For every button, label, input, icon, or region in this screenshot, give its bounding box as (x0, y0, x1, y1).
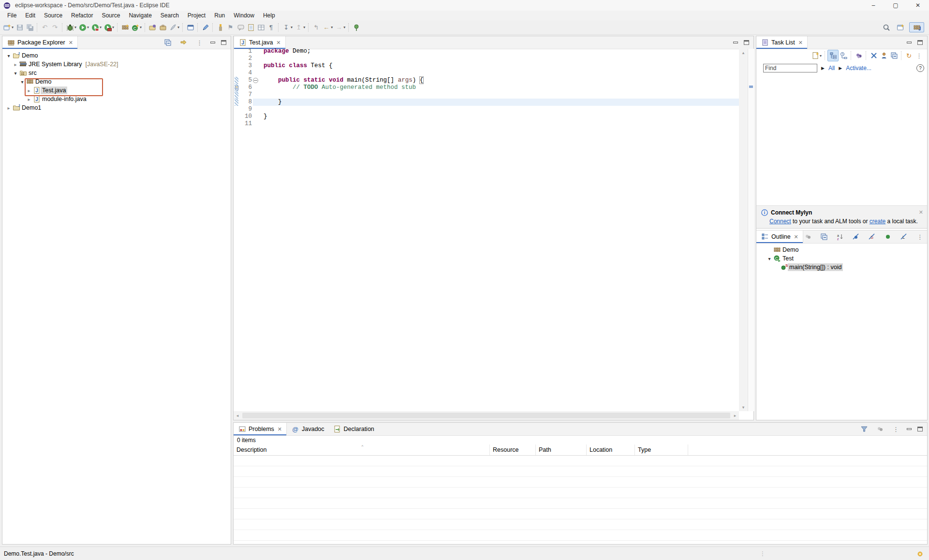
close-icon[interactable]: ✕ (69, 40, 73, 46)
menu-help[interactable]: Help (259, 11, 280, 20)
menu-search[interactable]: Search (156, 11, 183, 20)
column-header-resource[interactable]: Resource (490, 445, 536, 455)
pkgexp-item-demo1[interactable]: ▸JDemo1 (2, 103, 231, 112)
editor-line-11[interactable]: 11 (234, 120, 739, 128)
menu-navigate[interactable]: Navigate (124, 11, 156, 20)
minimize-icon[interactable] (733, 42, 738, 43)
fold-column[interactable] (253, 77, 259, 84)
code-text[interactable] (259, 91, 264, 99)
chevron-down-icon[interactable]: ▾ (766, 256, 773, 261)
notifications-icon[interactable] (916, 550, 924, 558)
dropdown-arrow-icon[interactable]: ▾ (12, 25, 14, 29)
previous-annotation-icon[interactable]: ↥▾ (294, 22, 306, 33)
focus-workweek-icon[interactable] (854, 50, 864, 61)
dropdown-arrow-icon[interactable]: ▾ (343, 25, 345, 29)
compare-icon[interactable] (246, 22, 256, 33)
dropdown-arrow-icon[interactable]: ▾ (140, 25, 142, 29)
code-viewport[interactable]: 1package Demo;23public class Test {45 pu… (234, 48, 739, 411)
code-text[interactable] (259, 55, 264, 62)
collapse-all-icon[interactable] (819, 231, 829, 242)
new-java-class-icon[interactable]: C▾ (130, 22, 143, 33)
view-menu-icon[interactable]: ⋮ (194, 37, 205, 48)
last-edit-location-icon[interactable]: ↰ (311, 22, 321, 33)
tab-package-explorer[interactable]: Package Explorer ✕ (2, 36, 78, 49)
code-text[interactable]: public class Test { (259, 62, 333, 70)
editor-line-4[interactable]: 4 (234, 70, 739, 77)
code-text[interactable]: } (259, 113, 267, 120)
collapse-all-icon[interactable] (889, 50, 899, 61)
editor-line-7[interactable]: 7 (234, 91, 739, 99)
minimize-window-button[interactable]: – (862, 0, 885, 11)
new-wizard-icon[interactable]: ▾ (2, 22, 15, 33)
code-text[interactable]: public static void main(String[] args) { (259, 77, 423, 84)
coverage-icon[interactable]: ▾ (90, 22, 103, 33)
annotation-ruler[interactable] (234, 48, 240, 55)
torch-icon[interactable] (215, 22, 225, 33)
code-text[interactable] (259, 120, 264, 128)
hide-fields-icon[interactable] (851, 231, 861, 242)
chat-icon[interactable] (236, 22, 246, 33)
focus-icon[interactable] (875, 424, 885, 434)
pkgexp-item-demo[interactable]: ▾JDemo (2, 51, 231, 60)
pen-icon[interactable] (200, 22, 210, 33)
dropdown-arrow-icon[interactable]: ▾ (291, 25, 293, 29)
column-header-location[interactable]: Location (587, 445, 635, 455)
tab-javadoc[interactable]: @Javadoc (287, 423, 329, 435)
pin-editor-icon[interactable] (351, 22, 361, 33)
close-icon[interactable]: ✕ (794, 234, 798, 240)
forward-icon[interactable]: →▾ (334, 22, 346, 33)
java-perspective-button[interactable]: J (909, 22, 924, 32)
open-perspective-icon[interactable] (895, 22, 905, 33)
minimize-icon[interactable] (210, 42, 215, 43)
external-tools-icon[interactable]: ▾ (103, 22, 115, 33)
collapse-all-icon[interactable] (162, 37, 173, 48)
categorized-view-icon[interactable] (827, 50, 839, 61)
pkgexp-item-src[interactable]: ▾src (2, 69, 231, 77)
column-header-type[interactable]: Type (635, 445, 688, 455)
sort-icon[interactable]: az (835, 231, 845, 242)
scheduled-view-icon[interactable] (839, 50, 849, 61)
menu-project[interactable]: Project (183, 11, 210, 20)
tab-task-list[interactable]: Task List ✕ (756, 36, 808, 49)
run-icon[interactable]: ▾ (77, 22, 90, 33)
column-header-description[interactable]: Description^ (234, 445, 490, 455)
outline-item-test[interactable]: ▾CTest (756, 254, 927, 263)
menu-edit[interactable]: Edit (21, 11, 40, 20)
chevron-right-icon[interactable]: ▸ (26, 97, 32, 102)
menu-refactor[interactable]: Refactor (67, 11, 97, 20)
undo-icon[interactable]: ↶ (40, 22, 50, 33)
filter-icon[interactable] (859, 424, 869, 434)
open-resource-icon[interactable] (158, 22, 168, 33)
collapse-fold-icon[interactable] (253, 78, 258, 83)
code-text[interactable] (259, 106, 264, 113)
scroll-right-icon[interactable]: ▸ (731, 413, 739, 418)
annotation-ruler[interactable] (234, 77, 240, 84)
maximize-icon[interactable] (917, 40, 923, 45)
annotation-ruler[interactable] (234, 91, 240, 99)
dropdown-arrow-icon[interactable]: ▾ (303, 25, 305, 29)
editor-line-1[interactable]: 1package Demo; (234, 48, 739, 55)
pkgexp-item-jre-system-library[interactable]: ▸JRE System Library[JavaSE-22] (2, 60, 231, 69)
save-all-icon[interactable] (25, 22, 35, 33)
close-window-button[interactable]: ✕ (907, 0, 929, 11)
all-link[interactable]: All (828, 65, 835, 72)
dropdown-arrow-icon[interactable]: ▾ (331, 25, 333, 29)
hide-non-public-icon[interactable] (883, 231, 893, 242)
close-icon[interactable]: ✕ (278, 426, 282, 432)
editor-vertical-scrollbar[interactable]: ▴ ▾ (739, 49, 748, 411)
debug-icon[interactable]: ▾ (65, 22, 77, 33)
activate-link[interactable]: Activate... (846, 65, 871, 72)
maximize-icon[interactable] (744, 40, 749, 45)
synchronize-icon[interactable]: ↻ (904, 50, 914, 61)
maximize-icon[interactable] (221, 40, 226, 45)
feather-icon[interactable]: ▾ (168, 22, 180, 33)
focus-active-task-icon[interactable] (803, 231, 813, 242)
new-java-package-icon[interactable] (120, 22, 130, 33)
chevron-right-icon[interactable]: ▸ (5, 105, 12, 111)
code-text[interactable]: // TODO Auto-generated method stub (259, 84, 416, 91)
annotation-ruler[interactable] (234, 55, 240, 62)
find-input[interactable] (763, 64, 817, 72)
editor-line-2[interactable]: 2 (234, 55, 739, 62)
dropdown-arrow-icon[interactable]: ▾ (100, 25, 102, 29)
annotation-ruler[interactable] (234, 84, 240, 91)
